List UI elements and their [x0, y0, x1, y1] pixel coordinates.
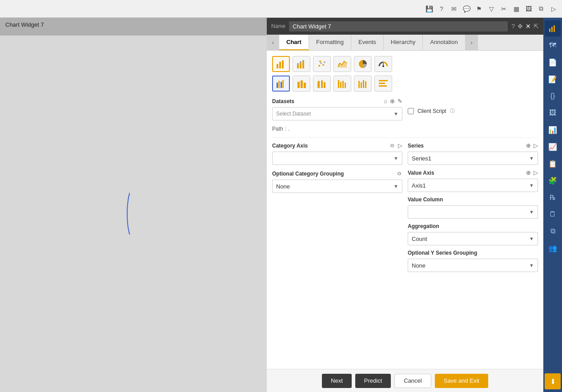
svg-rect-26 — [301, 80, 303, 88]
sidebar-icon-chart[interactable] — [545, 20, 561, 36]
tab-events[interactable]: Events — [351, 35, 384, 50]
name-input[interactable] — [289, 21, 508, 32]
optional-y-dropdown-arrow: ▼ — [529, 263, 534, 268]
client-script-checkbox[interactable] — [408, 108, 414, 114]
aggregation-value: Count — [412, 236, 427, 242]
value-column-dropdown[interactable]: ▼ — [408, 205, 538, 219]
path-row: Path : . — [272, 126, 538, 132]
mail-icon[interactable]: ✉ — [449, 4, 459, 14]
value-axis-label: Value Axis — [408, 170, 434, 176]
sidebar-icon-puzzle[interactable]: 🧩 — [545, 172, 561, 188]
panel: Name ? ✥ ✕ ⇱ ‹ Chart Formatting Events H… — [267, 18, 543, 392]
sidebar-icon-code[interactable]: {} — [545, 88, 561, 104]
sidebar-icon-layers[interactable]: ⧉ — [545, 223, 561, 239]
series-dropdown[interactable]: Series1 ▼ — [408, 152, 538, 165]
category-axis-filter-icon[interactable]: ▷ — [398, 142, 402, 149]
chart-sub-bar5[interactable] — [354, 76, 372, 92]
sidebar-icon-map[interactable]: 🗺 — [545, 37, 561, 53]
series-filter-icon[interactable]: ▷ — [534, 142, 538, 149]
chart-type-bar[interactable] — [272, 56, 290, 72]
move-panel-icon[interactable]: ✥ — [518, 23, 523, 30]
svg-rect-6 — [297, 65, 299, 68]
sidebar-icon-table[interactable]: 📊 — [545, 122, 561, 138]
series-add-icon[interactable]: ⊕ — [526, 142, 531, 149]
optional-grouping-value: None — [276, 183, 290, 190]
category-axis-dropdown[interactable]: ▼ — [272, 152, 402, 165]
value-axis-dropdown-arrow: ▼ — [529, 183, 534, 188]
datasets-dropdown-arrow: ▼ — [393, 111, 398, 116]
datasets-add-icon[interactable]: ⊕ — [390, 98, 395, 104]
optional-grouping-network-icon[interactable]: ⛭ — [397, 170, 402, 177]
tab-formatting[interactable]: Formatting — [309, 35, 351, 50]
collapse-panel-icon[interactable]: ⇱ — [534, 23, 539, 30]
image-icon[interactable]: 🖼 — [524, 4, 534, 14]
svg-rect-37 — [361, 82, 362, 88]
help-icon[interactable]: ? — [437, 4, 446, 14]
tab-annotation[interactable]: Annotation — [423, 35, 465, 50]
chart-type-gauge[interactable] — [374, 56, 392, 72]
next-button[interactable]: Next — [322, 374, 352, 388]
datasets-edit-icon[interactable]: ✎ — [397, 98, 402, 104]
tab-next-button[interactable]: › — [466, 35, 478, 50]
flag-icon[interactable]: ⚑ — [474, 4, 484, 14]
cut-icon[interactable]: ✂ — [499, 4, 509, 14]
svg-point-14 — [322, 64, 324, 66]
tab-hierarchy[interactable]: Hierarchy — [384, 35, 423, 50]
sidebar-download-icon[interactable]: ⬇ — [545, 373, 561, 389]
play-icon[interactable]: ▷ — [549, 4, 558, 14]
chart-type-area[interactable] — [333, 56, 351, 72]
close-panel-icon[interactable]: ✕ — [526, 23, 531, 30]
datasets-home-icon[interactable]: ⌂ — [384, 98, 387, 104]
chart-sub-bar3[interactable] — [313, 76, 331, 92]
chart-sub-bar6[interactable] — [374, 76, 392, 92]
copy-icon[interactable]: ⧉ — [536, 4, 546, 14]
save-exit-button[interactable]: Save and Exit — [435, 374, 488, 388]
chart-type-scatter[interactable] — [313, 56, 331, 72]
value-axis-add-icon[interactable]: ⊕ — [526, 169, 531, 176]
svg-rect-40 — [379, 80, 388, 81]
sidebar-icon-image[interactable]: 🖼 — [545, 105, 561, 121]
aggregation-dropdown[interactable]: Count ▼ — [408, 232, 538, 245]
grid-icon[interactable]: ▦ — [511, 4, 521, 14]
chat-icon[interactable]: 💬 — [462, 4, 471, 14]
sidebar-icon-report[interactable]: 📄 — [545, 54, 561, 70]
top-toolbar: 💾 ? ✉ 💬 ⚑ ▽ ✂ ▦ 🖼 ⧉ ▷ — [0, 0, 562, 18]
chart-sub-bar4[interactable] — [333, 76, 351, 92]
cancel-button[interactable]: Cancel — [394, 374, 431, 388]
value-axis-filter-icon[interactable]: ▷ — [534, 169, 538, 176]
chart-sub-grouped-bar[interactable] — [272, 76, 290, 92]
sidebar-icon-people[interactable]: 👥 — [545, 240, 561, 256]
tab-chart[interactable]: Chart — [279, 35, 309, 50]
sidebar-icon-bar[interactable]: 📈 — [545, 139, 561, 155]
optional-y-dropdown[interactable]: None ▼ — [408, 259, 538, 272]
aggregation-header: Aggregation — [408, 223, 538, 229]
datasets-dropdown[interactable]: Select Dataset ▼ — [272, 107, 402, 120]
sidebar-icon-file2[interactable]: 📋 — [545, 156, 561, 172]
chart-sub-bar2[interactable] — [293, 76, 310, 92]
client-script-info-icon: ⓘ — [450, 108, 455, 114]
sidebar-icon-rx[interactable]: ℞ — [545, 189, 561, 205]
filter-icon[interactable]: ▽ — [486, 4, 496, 14]
chart-type-pie[interactable] — [354, 56, 372, 72]
chart-type-stacked-bar[interactable] — [293, 56, 310, 72]
series-icons: ⊕ ▷ — [526, 142, 538, 149]
predict-button[interactable]: Predict — [355, 374, 391, 388]
save-icon[interactable]: 💾 — [424, 4, 434, 14]
svg-rect-23 — [281, 82, 282, 88]
value-axis-value: Axis1 — [412, 182, 426, 189]
tab-prev-button[interactable]: ‹ — [267, 35, 279, 50]
value-axis-header: Value Axis ⊕ ▷ — [408, 169, 538, 176]
svg-rect-29 — [318, 81, 320, 88]
sidebar-icon-filedark[interactable]: 🗒 — [545, 206, 561, 222]
category-axis-network-icon[interactable]: ⛭ — [389, 142, 395, 149]
value-axis-dropdown[interactable]: Axis1 ▼ — [408, 179, 538, 192]
value-column-dropdown-arrow: ▼ — [529, 209, 534, 215]
optional-y-section: Optional Y Series Grouping None ▼ — [408, 250, 538, 272]
path-colon: : — [285, 126, 286, 132]
optional-grouping-dropdown[interactable]: None ▼ — [272, 180, 402, 193]
sidebar-icon-doc[interactable]: 📝 — [545, 71, 561, 87]
svg-rect-0 — [549, 28, 550, 32]
canvas-preview — [0, 36, 267, 392]
help-panel-icon[interactable]: ? — [511, 23, 515, 30]
svg-rect-21 — [277, 83, 278, 88]
